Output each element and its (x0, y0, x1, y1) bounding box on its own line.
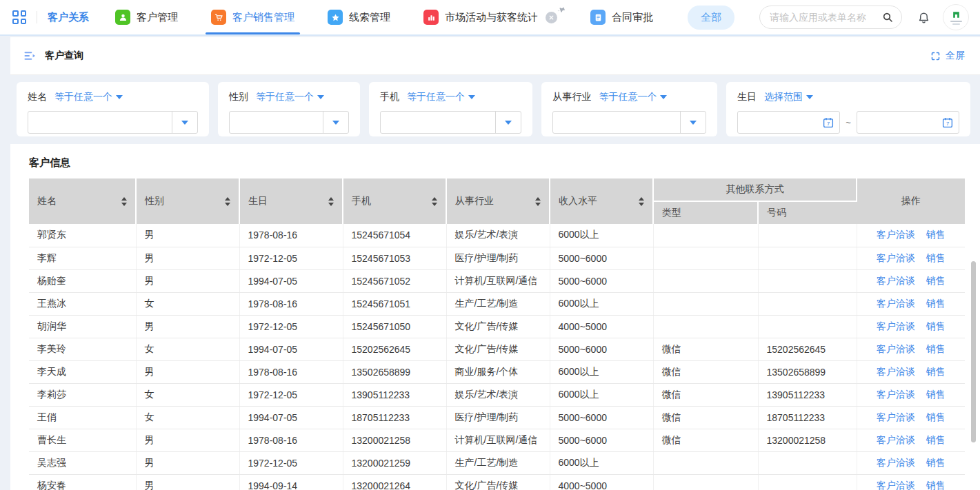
tab-market-activity-stats[interactable]: 市场活动与获客统计 (421, 0, 560, 34)
column-header-birthday[interactable]: 生日 (239, 178, 343, 224)
sort-icon[interactable] (121, 197, 127, 206)
cell-name: 胡润华 (29, 315, 136, 338)
column-header-income[interactable]: 收入水平 (550, 178, 653, 224)
search-input[interactable] (768, 11, 878, 23)
cell-income: 6000以上 (550, 224, 653, 247)
sort-icon[interactable] (225, 197, 230, 206)
vertical-scrollbar-thumb[interactable] (971, 261, 976, 442)
table-row: 吴志强 男 1972-12-05 13200021259 生产/工艺/制造 60… (29, 451, 965, 474)
action-link-sale[interactable]: 销售 (926, 411, 946, 422)
sort-icon[interactable] (535, 197, 541, 206)
filter-select[interactable] (28, 111, 198, 134)
tab-label: 合同审批 (612, 11, 653, 24)
column-header-name[interactable]: 姓名 (29, 178, 136, 224)
search-icon[interactable] (882, 12, 893, 23)
page-toolbar: 客户查询 全屏 (10, 37, 980, 75)
app-search-box[interactable] (759, 6, 902, 29)
filter-card-gender: 性别 等于任意一个 (218, 82, 360, 136)
action-link-customer-negotiation[interactable]: 客户洽谈 (877, 457, 915, 468)
action-link-sale[interactable]: 销售 (926, 389, 946, 400)
action-link-sale[interactable]: 销售 (926, 252, 946, 263)
apps-grid-icon[interactable] (12, 10, 26, 24)
column-subheader-contact-type: 类型 (653, 201, 758, 224)
person-app-icon (115, 10, 130, 25)
filter-select[interactable] (380, 111, 521, 134)
action-link-sale[interactable]: 销售 (926, 457, 946, 468)
cell-phone: 13905112233 (343, 383, 446, 406)
tab-leads-management[interactable]: 线索管理 (325, 0, 393, 34)
action-link-sale[interactable]: 销售 (926, 366, 946, 377)
notification-bell-icon[interactable] (917, 11, 930, 24)
action-link-sale[interactable]: 销售 (926, 275, 946, 286)
cell-industry: 生产/工艺/制造 (446, 292, 550, 315)
date-input-start[interactable]: 7 (737, 111, 840, 134)
all-apps-button[interactable]: 全部 (688, 6, 734, 30)
sort-icon[interactable] (328, 197, 334, 206)
action-link-customer-negotiation[interactable]: 客户洽谈 (877, 275, 915, 286)
cell-birthday: 1994-09-14 (239, 474, 343, 490)
chevron-down-icon (505, 121, 512, 125)
filter-condition-dropdown[interactable]: 等于任意一个 (256, 91, 324, 103)
column-header-actions: 操作 (857, 178, 965, 224)
filter-select[interactable] (552, 111, 706, 134)
action-link-sale[interactable]: 销售 (926, 434, 946, 445)
cell-contact-type: 微信 (653, 338, 758, 360)
column-header-gender[interactable]: 性别 (136, 178, 239, 224)
select-caret-button[interactable] (323, 112, 348, 133)
action-link-customer-negotiation[interactable]: 客户洽谈 (877, 252, 915, 263)
sort-icon[interactable] (432, 197, 437, 206)
action-link-sale[interactable]: 销售 (926, 480, 946, 490)
tab-customer-sales-management[interactable]: 客户销售管理 (208, 0, 297, 34)
select-caret-button[interactable] (495, 112, 521, 133)
table-row: 李天成 男 1978-08-16 13502658899 商业/服务/个体 60… (29, 360, 965, 383)
pin-icon[interactable] (555, 3, 568, 17)
calendar-icon[interactable]: 7 (822, 116, 834, 129)
cell-contact-number: 13502658899 (758, 360, 857, 383)
fullscreen-button[interactable]: 全屏 (930, 50, 965, 62)
filter-condition-dropdown[interactable]: 选择范围 (764, 91, 813, 103)
filter-condition-label: 等于任意一个 (599, 91, 657, 103)
sort-icon[interactable] (639, 197, 644, 206)
action-link-sale[interactable]: 销售 (926, 229, 946, 240)
cell-contact-number (758, 247, 857, 269)
cell-industry: 计算机/互联网/通信 (446, 429, 550, 451)
action-link-customer-negotiation[interactable]: 客户洽谈 (877, 434, 915, 445)
action-link-customer-negotiation[interactable]: 客户洽谈 (877, 229, 915, 240)
action-link-customer-negotiation[interactable]: 客户洽谈 (877, 343, 915, 354)
filter-card-industry: 从事行业 等于任意一个 (541, 82, 717, 136)
action-link-customer-negotiation[interactable]: 客户洽谈 (877, 298, 915, 309)
cell-actions: 客户洽谈 销售 (857, 247, 965, 269)
chevron-down-icon (690, 121, 697, 125)
cell-gender: 女 (136, 383, 239, 406)
filter-select[interactable] (229, 111, 349, 134)
page-title: 客户查询 (45, 50, 83, 62)
select-caret-button[interactable] (680, 112, 706, 133)
calendar-icon[interactable]: 7 (941, 116, 954, 129)
action-link-sale[interactable]: 销售 (926, 298, 946, 309)
filter-condition-dropdown[interactable]: 等于任意一个 (599, 91, 667, 103)
cell-gender: 男 (136, 247, 239, 269)
cell-phone: 15245671054 (343, 224, 446, 247)
filter-label: 从事行业 (552, 91, 591, 103)
action-link-sale[interactable]: 销售 (926, 343, 946, 354)
select-caret-button[interactable] (172, 112, 197, 133)
filter-condition-dropdown[interactable]: 等于任意一个 (54, 91, 123, 103)
filter-condition-dropdown[interactable]: 等于任意一个 (407, 91, 475, 103)
cell-actions: 客户洽谈 销售 (857, 429, 965, 451)
action-link-customer-negotiation[interactable]: 客户洽谈 (877, 480, 915, 490)
collapse-menu-icon[interactable] (23, 49, 37, 63)
user-avatar[interactable] (943, 4, 969, 30)
cell-industry: 医疗/护理/制药 (446, 247, 550, 269)
action-link-sale[interactable]: 销售 (926, 320, 946, 331)
action-link-customer-negotiation[interactable]: 客户洽谈 (877, 389, 915, 400)
action-link-customer-negotiation[interactable]: 客户洽谈 (877, 411, 915, 422)
table-row: 王俏 女 1994-07-05 18705112233 医疗/护理/制药 500… (29, 406, 965, 429)
tab-contract-approval[interactable]: 合同审批 (588, 0, 656, 34)
cell-phone: 13200021258 (343, 429, 446, 451)
column-header-phone[interactable]: 手机 (343, 178, 446, 224)
date-input-end[interactable]: 7 (857, 111, 959, 134)
tab-customer-management[interactable]: 客户管理 (112, 0, 181, 34)
action-link-customer-negotiation[interactable]: 客户洽谈 (877, 366, 915, 377)
column-header-industry[interactable]: 从事行业 (446, 178, 550, 224)
action-link-customer-negotiation[interactable]: 客户洽谈 (877, 320, 915, 331)
